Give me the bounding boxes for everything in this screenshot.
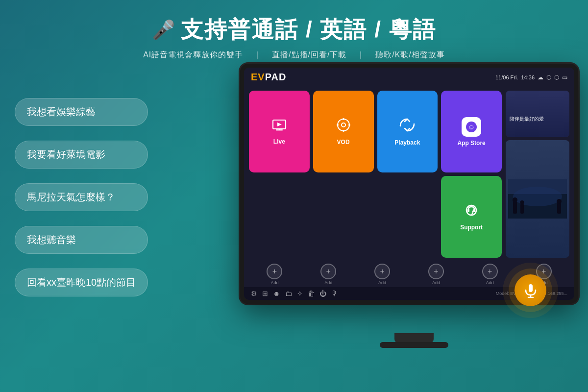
app-tile-vod[interactable]: VOD bbox=[313, 91, 374, 172]
add-label-2: Add bbox=[324, 280, 332, 285]
add-label-1: Add bbox=[270, 280, 278, 285]
logo-pad: PAD bbox=[265, 72, 287, 82]
svg-point-5 bbox=[342, 123, 345, 127]
logo-ev: EV bbox=[251, 72, 265, 82]
chat-area: 我想看娛樂綜藝 我要看好萊塢電影 馬尼拉天氣怎麼樣？ 我想聽音樂 回看xx臺昨晚… bbox=[15, 98, 148, 296]
add-icon-5: + bbox=[482, 264, 498, 279]
add-btn-2[interactable]: + Add bbox=[303, 264, 354, 285]
voice-button[interactable] bbox=[514, 274, 546, 306]
tv-bezel: EVPAD 11/06 Fri. 14:36 ☁ ⬡ ⬡ ▭ bbox=[240, 64, 578, 304]
status-date: 11/06 Fri. bbox=[495, 74, 518, 80]
svg-rect-13 bbox=[467, 209, 469, 212]
mic-icon: 🎤 bbox=[152, 19, 176, 41]
app-grid: Live bbox=[249, 91, 502, 258]
settings-icon[interactable]: ⚙ bbox=[251, 290, 257, 297]
svg-rect-22 bbox=[557, 203, 561, 214]
face-icon[interactable]: ☻ bbox=[273, 290, 280, 297]
banner-title: 陪伴是最好的愛 bbox=[510, 116, 565, 122]
appstore-label: App Store bbox=[457, 140, 485, 147]
add-icon-1: + bbox=[267, 264, 282, 279]
main-title: 🎤 支持普通話 / 英語 / 粵語 bbox=[0, 15, 588, 45]
svg-point-7 bbox=[343, 130, 344, 132]
svg-point-21 bbox=[520, 200, 524, 204]
svg-point-19 bbox=[513, 197, 517, 202]
page-header: 🎤 支持普通話 / 英語 / 粵語 AI語音電視盒釋放你的雙手 ｜ 直播/點播/… bbox=[0, 0, 588, 65]
live-icon bbox=[272, 118, 287, 135]
support-icon bbox=[464, 203, 479, 221]
add-label-4: Add bbox=[432, 280, 440, 285]
vod-icon bbox=[336, 118, 351, 136]
grid-icon[interactable]: ⊞ bbox=[262, 290, 268, 297]
folder-icon[interactable]: 🗀 bbox=[285, 290, 292, 297]
svg-rect-20 bbox=[520, 204, 524, 214]
add-label-3: Add bbox=[378, 280, 386, 285]
playback-label: Playback bbox=[394, 139, 420, 146]
bluetooth-icon: ⬡ bbox=[546, 74, 551, 81]
add-btn-5[interactable]: + Add bbox=[464, 264, 515, 285]
svg-rect-3 bbox=[279, 129, 280, 130]
svg-rect-14 bbox=[473, 209, 475, 212]
add-icon-3: + bbox=[374, 264, 390, 279]
banner-image bbox=[506, 140, 569, 258]
subtitle: AI語音電視盒釋放你的雙手 ｜ 直播/點播/回看/下載 ｜ 聽歌/K歌/相聲故事 bbox=[0, 50, 588, 60]
svg-point-4 bbox=[338, 119, 349, 131]
app-tile-live[interactable]: Live bbox=[249, 91, 310, 172]
svg-marker-1 bbox=[277, 122, 282, 126]
chat-bubble-2: 我要看好萊塢電影 bbox=[15, 141, 148, 169]
add-btn-3[interactable]: + Add bbox=[357, 264, 408, 285]
mic-bottom-icon[interactable]: 🎙 bbox=[331, 290, 338, 297]
title-text: 支持普通話 / 英語 / 粵語 bbox=[181, 15, 436, 45]
add-icon-4: + bbox=[428, 264, 444, 279]
add-label-5: Add bbox=[486, 280, 494, 285]
vod-label: VOD bbox=[337, 139, 350, 146]
power-icon[interactable]: ⏻ bbox=[319, 290, 326, 297]
add-btn-4[interactable]: + Add bbox=[410, 264, 462, 285]
banner-top[interactable]: 陪伴是最好的愛 有空多陪家人看看電視，極享快樂... bbox=[506, 91, 569, 137]
svg-point-6 bbox=[343, 118, 344, 120]
app-tile-appstore[interactable]: ☺ App Store bbox=[441, 91, 502, 172]
status-time: 14:36 bbox=[521, 74, 535, 80]
wifi-icon: ⬡ bbox=[554, 74, 559, 81]
svg-point-17 bbox=[513, 187, 562, 206]
chat-bubble-4: 我想聽音樂 bbox=[15, 226, 148, 254]
tv-screen: EVPAD 11/06 Fri. 14:36 ☁ ⬡ ⬡ ▭ bbox=[244, 68, 574, 300]
svg-point-8 bbox=[337, 124, 339, 126]
weather-icon: ☁ bbox=[538, 74, 543, 81]
battery-icon: ▭ bbox=[562, 74, 567, 81]
svg-text:☺: ☺ bbox=[468, 123, 475, 131]
banner-bottom bbox=[506, 140, 569, 258]
support-label: Support bbox=[460, 224, 483, 231]
app-tile-playback[interactable]: Playback bbox=[377, 91, 438, 172]
add-icon-2: + bbox=[320, 264, 336, 279]
playback-icon bbox=[399, 117, 415, 136]
star-icon[interactable]: ✧ bbox=[297, 290, 303, 297]
svg-point-9 bbox=[348, 124, 350, 126]
svg-rect-18 bbox=[513, 201, 517, 214]
tv-container: EVPAD 11/06 Fri. 14:36 ☁ ⬡ ⬡ ▭ bbox=[240, 64, 588, 353]
tv-stand bbox=[394, 333, 434, 343]
tv-banner: 陪伴是最好的愛 有空多陪家人看看電視，極享快樂... bbox=[506, 91, 569, 258]
trash-icon[interactable]: 🗑 bbox=[308, 290, 315, 297]
svg-rect-24 bbox=[529, 284, 533, 292]
tv-status-bar: 11/06 Fri. 14:36 ☁ ⬡ ⬡ ▭ bbox=[495, 74, 567, 81]
bottom-icons: ⚙ ⊞ ☻ 🗀 ✧ 🗑 ⏻ 🎙 bbox=[251, 290, 338, 297]
add-btn-1[interactable]: + Add bbox=[249, 264, 300, 285]
tv-main: Live bbox=[244, 87, 574, 262]
chat-bubble-5: 回看xx臺昨晚10點的節目 bbox=[15, 269, 148, 296]
chat-bubble-1: 我想看娛樂綜藝 bbox=[15, 98, 148, 126]
appstore-icon: ☺ bbox=[462, 117, 481, 137]
tv-base bbox=[380, 342, 448, 348]
tv-logo: EVPAD bbox=[251, 72, 286, 83]
tv-topbar: EVPAD 11/06 Fri. 14:36 ☁ ⬡ ⬡ ▭ bbox=[244, 68, 574, 87]
tv-ui: EVPAD 11/06 Fri. 14:36 ☁ ⬡ ⬡ ▭ bbox=[244, 68, 574, 300]
live-label: Live bbox=[273, 138, 285, 145]
chat-bubble-3: 馬尼拉天氣怎麼樣？ bbox=[15, 183, 148, 211]
app-tile-support[interactable]: Support bbox=[441, 176, 502, 258]
svg-point-23 bbox=[557, 199, 562, 204]
